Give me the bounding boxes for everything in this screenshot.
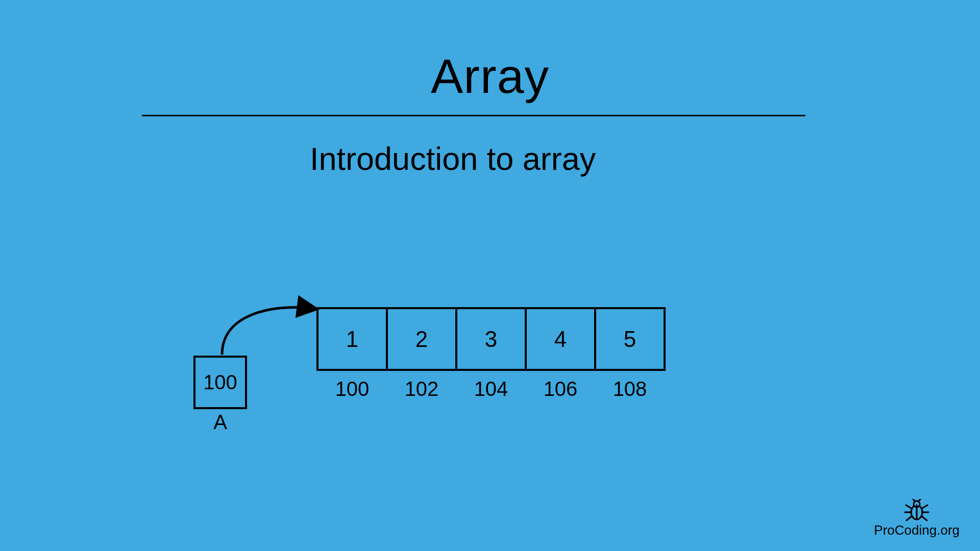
svg-line-10 bbox=[922, 516, 927, 520]
cell-value: 5 bbox=[624, 327, 636, 352]
pointer-value: 100 bbox=[203, 371, 237, 394]
pointer-arrow-icon bbox=[217, 296, 324, 367]
array-addresses: 100 102 104 106 108 bbox=[316, 378, 666, 400]
brand-footer: ProCoding.org bbox=[874, 499, 960, 538]
array-address: 100 bbox=[316, 378, 388, 400]
svg-line-8 bbox=[922, 505, 927, 508]
title-divider bbox=[142, 115, 805, 116]
cell-value: 2 bbox=[415, 327, 428, 352]
page-title: Array bbox=[431, 48, 549, 104]
array-address: 104 bbox=[455, 378, 527, 400]
array-address: 106 bbox=[525, 378, 596, 400]
svg-line-7 bbox=[906, 516, 912, 520]
array-cell: 3 bbox=[455, 307, 527, 371]
cell-value: 4 bbox=[554, 327, 567, 352]
bug-icon bbox=[904, 499, 929, 521]
array-cells: 1 2 3 4 5 bbox=[316, 307, 666, 371]
array-cell: 4 bbox=[525, 307, 596, 371]
svg-line-3 bbox=[919, 499, 921, 501]
cell-value: 3 bbox=[485, 327, 497, 352]
svg-line-2 bbox=[913, 499, 915, 501]
array-cell: 5 bbox=[594, 307, 666, 371]
array-cell: 1 bbox=[316, 307, 388, 371]
svg-line-5 bbox=[906, 505, 911, 508]
array-address: 108 bbox=[594, 378, 666, 400]
page-subtitle: Introduction to array bbox=[310, 140, 596, 177]
pointer-label: A bbox=[193, 411, 247, 434]
array-cell: 2 bbox=[386, 307, 457, 371]
cell-value: 1 bbox=[346, 327, 358, 352]
brand-text: ProCoding.org bbox=[874, 522, 960, 538]
array-address: 102 bbox=[386, 378, 457, 400]
